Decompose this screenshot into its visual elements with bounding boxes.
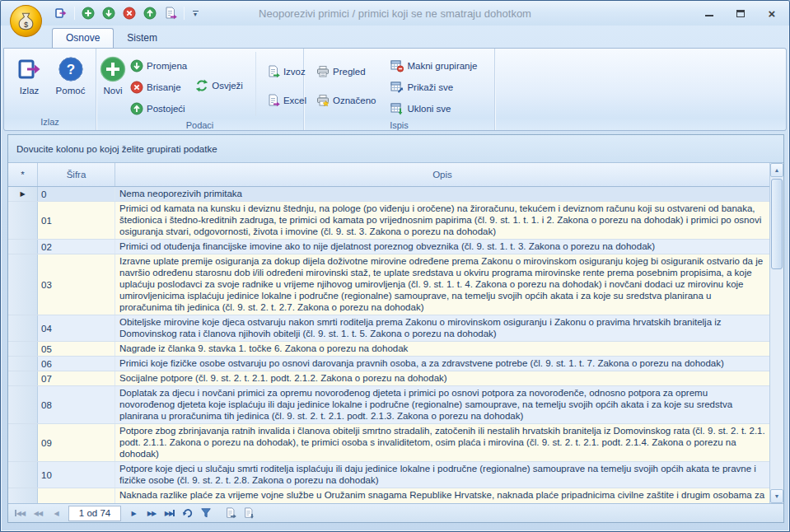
new-record-button[interactable] [79,4,97,22]
ribbon-tab-row: Osnove Sistem [1,26,789,48]
close-button[interactable]: × [763,5,781,21]
show-all-button[interactable]: Prikaži sve [386,77,481,98]
scroll-thumb[interactable] [771,179,783,269]
cell-opis: Doplatak za djecu i novčani primici za o… [115,386,769,423]
cell-opis: Potpore koje djeci u slučaju smrti rodit… [115,462,769,488]
cell-opis: Primici od kamata na kunsku i deviznu št… [115,202,769,239]
quick-access-toolbar: ▾ [52,3,202,23]
cell-sifra: 06 [38,357,115,371]
change-record-button[interactable] [100,4,118,22]
document-export-icon [225,507,236,519]
tab-osnove[interactable]: Osnove [52,28,114,48]
window-controls: × [700,1,781,26]
table-row[interactable]: 05Nagrade iz članka 9. stavka 1. točke 6… [8,342,769,357]
restore-button[interactable] [732,5,750,21]
arrow-down-icon [130,59,143,72]
row-indicator [8,202,38,239]
next-page-button[interactable]: ▶▶ [143,506,160,520]
toolbar-options-button[interactable]: ▾ [189,4,202,22]
collapse-all-button[interactable]: Ukloni sve [386,98,481,119]
help-button[interactable]: ? Pomoć [50,52,91,96]
table-row[interactable]: 01Primici od kamata na kunsku i deviznu … [8,202,769,240]
exit-button[interactable]: Izlaz [9,52,50,96]
svg-text:$: $ [24,21,28,29]
button-label: Ukloni sve [407,104,451,114]
delete-icon [123,7,136,20]
row-indicator [8,371,38,385]
group-by-panel[interactable]: Dovucite kolonu po kojoj želite grupirat… [8,135,783,163]
column-header-sifra[interactable]: Šifra [38,163,115,186]
last-record-button[interactable]: ▶▶ [161,506,178,520]
help-icon: ? [58,56,84,82]
existing-record-button[interactable] [141,4,159,22]
change-button[interactable]: Promjena [126,55,191,77]
tab-sistem[interactable]: Sistem [114,29,171,48]
next-record-button[interactable]: ▶ [125,506,142,520]
prev-record-button[interactable]: ◀ [48,506,64,520]
first-record-button[interactable]: ◀◀ [12,506,28,520]
remove-grouping-button[interactable]: Makni grupiranje [386,55,481,77]
refresh-data-button[interactable] [180,506,196,520]
column-header-opis[interactable]: Opis [115,163,769,186]
delete-record-button[interactable] [120,4,138,22]
delete-button[interactable]: Brisanje [126,77,191,98]
grid-show-all-icon [390,81,404,94]
cell-sifra: 02 [38,240,115,254]
table-row[interactable]: 03Izravne uplate premije osiguranja za d… [8,254,769,315]
button-label: Prikaži sve [407,82,453,92]
export-button-small[interactable] [161,4,180,22]
table-row[interactable]: 07Socijalne potpore (čl. 9. st. 2. t. 2.… [8,371,769,386]
table-row[interactable]: 09Potpore zbog zbrinjavanja ratnih inval… [8,424,769,462]
prev-page-button[interactable]: ◀◀ [30,506,46,520]
plus-icon [82,7,95,20]
row-indicator [8,342,38,356]
record-navigator: ◀◀ ◀◀ ◀ 1 od 74 ▶ ▶▶ ▶▶ [8,503,783,522]
selected-row-arrow-icon: ▶ [20,189,25,200]
minimize-icon [705,11,713,16]
table-row[interactable]: 10Potpore koje djeci u slučaju smrti rod… [8,462,769,488]
exit-button-small[interactable] [52,4,70,22]
cell-sifra: 0 [38,187,115,201]
restore-icon [736,10,745,17]
grid-collapse-all-icon [390,102,404,115]
table-row[interactable]: 06Primici koje fizičke osobe ostvaruju p… [8,357,769,371]
export-file-button[interactable] [241,506,257,520]
row-indicator [8,357,38,371]
money-bag-app-icon[interactable]: $ [9,4,43,38]
refresh-button[interactable]: Osvježi [191,75,247,96]
table-row[interactable]: 02Primici od otuđenja financijske imovin… [8,240,769,254]
cell-sifra: 05 [38,342,115,356]
group-caption: Ispis [304,119,494,131]
svg-text:?: ? [66,62,74,77]
table-row[interactable]: 11Naknada razlike plaće za vrijeme vojne… [8,488,769,503]
cell-sifra: 08 [38,386,115,423]
export-icon [267,65,280,78]
row-indicator [8,462,38,488]
filter-button[interactable] [198,506,214,520]
scroll-down-button[interactable]: ▼ [770,489,783,503]
cell-opis: Izravne uplate premije osiguranja za dok… [115,254,769,315]
title-bar[interactable]: $ ▾ [1,1,789,26]
scroll-track[interactable] [770,177,783,489]
ribbon: Izlaz ? Pomoć Izlaz Novi Promjena [3,48,787,131]
print-selected-button[interactable]: Označeno [312,90,380,111]
button-label: Promjena [147,61,187,71]
table-row[interactable]: 04Obiteljske mirovine koje djeca ostvaru… [8,315,769,342]
excel-export-icon [267,94,280,107]
row-indicator [8,488,38,503]
cell-opis: Nagrade iz članka 9. stavka 1. točke 6. … [115,342,769,356]
table-row[interactable]: 08Doplatak za djecu i novčani primici za… [8,386,769,424]
document-save-icon [243,507,255,519]
cell-sifra: 01 [38,202,115,239]
vertical-scrollbar[interactable]: ▲ ▼ [769,163,783,503]
print-preview-button[interactable]: Pregled [312,61,380,82]
cell-opis: Socijalne potpore (čl. 9. st. 2. t. 2.1.… [115,371,769,385]
existing-button[interactable]: Postojeći [126,98,191,119]
export-grid-button[interactable] [222,506,239,520]
app-window: $ ▾ [0,0,790,532]
minimize-button[interactable] [700,5,718,21]
page-indicator[interactable]: 1 od 74 [68,506,121,521]
scroll-up-button[interactable]: ▲ [770,163,783,177]
table-row[interactable]: ▶0Nema neoporezivih primitaka [8,187,769,202]
new-button[interactable]: Novi [100,52,126,96]
